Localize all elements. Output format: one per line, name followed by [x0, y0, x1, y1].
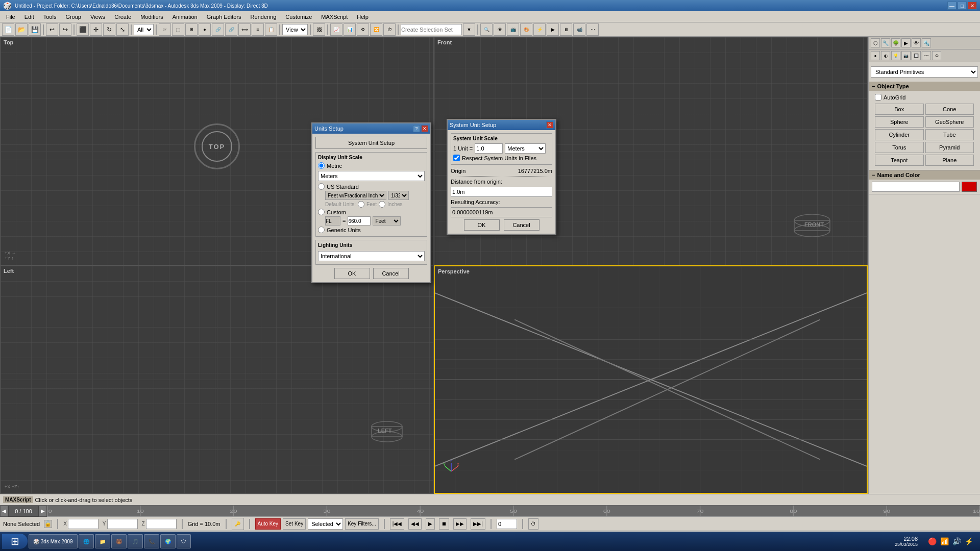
stop-btn[interactable]: ⏹ — [439, 518, 449, 530]
redo-btn[interactable]: ↪ — [59, 23, 71, 36]
rp-motion-btn[interactable]: ▶ — [901, 38, 911, 47]
dope-btn[interactable]: 📊 — [344, 23, 356, 36]
sus-titlebar[interactable]: System Unit Setup ✕ — [448, 120, 555, 130]
system-unit-setup-btn[interactable]: System Unit Setup — [315, 137, 427, 149]
scale-btn[interactable]: ⤡ — [116, 23, 129, 36]
taskbar-3dsmax[interactable]: 🎲 3ds Max 2009 — [29, 534, 78, 548]
tl-prev-btn[interactable]: ◀ — [0, 506, 8, 517]
torus-button[interactable]: Torus — [875, 142, 924, 153]
isolate-btn[interactable]: 👁 — [494, 23, 506, 36]
z-input[interactable] — [146, 519, 177, 529]
filter-dropdown[interactable]: All — [134, 24, 154, 35]
units-close-btn[interactable]: ✕ — [421, 125, 428, 132]
rp-space-warp-btn[interactable]: 〰 — [922, 51, 931, 60]
set-key-btn[interactable]: Set Key — [283, 518, 306, 530]
metric-radio[interactable] — [318, 162, 325, 169]
menu-file[interactable]: File — [2, 12, 19, 22]
tray-norton[interactable]: 🔴 — [927, 536, 937, 546]
units-ok-btn[interactable]: OK — [334, 268, 370, 279]
display-btn[interactable]: 📺 — [507, 23, 519, 36]
render-btn[interactable]: ▶ — [547, 23, 559, 36]
taskbar-norton[interactable]: 🛡 — [177, 534, 191, 548]
viewport-perspective[interactable]: Perspective — [434, 265, 868, 494]
prev-frame-btn[interactable]: ◀◀ — [408, 518, 422, 530]
menu-modifiers[interactable]: Modifiers — [136, 12, 167, 22]
rp-camera-btn[interactable]: 📷 — [901, 51, 911, 60]
sus-respect-checkbox[interactable] — [453, 155, 460, 161]
activeview-btn[interactable]: 🖥 — [560, 23, 572, 36]
rp-display-btn[interactable]: 👁 — [912, 38, 921, 47]
move-btn[interactable]: ✛ — [90, 23, 102, 36]
frame-input[interactable] — [497, 519, 517, 529]
cylinder-button[interactable]: Cylinder — [875, 129, 924, 140]
time-config-btn[interactable]: ⏱ — [528, 518, 538, 530]
create-set-dropdown-btn[interactable]: ▼ — [463, 23, 475, 36]
timeline-track[interactable]: 0 10 20 30 40 50 60 70 80 90 100 — [47, 506, 980, 516]
taskbar-ie[interactable]: 🌐 — [79, 534, 94, 548]
ramplayer-btn[interactable]: 📹 — [573, 23, 585, 36]
menu-edit[interactable]: Edit — [20, 12, 38, 22]
color-swatch[interactable] — [962, 182, 977, 192]
open-btn[interactable]: 📂 — [15, 23, 28, 36]
window-cross-btn[interactable]: ⊞ — [185, 23, 198, 36]
viewport-left[interactable]: Left LEFT +X +Z↑ — [0, 265, 434, 494]
extras-btn[interactable]: ⋯ — [586, 23, 599, 36]
lock-btn[interactable]: 🔓 — [44, 520, 52, 528]
custom-radio[interactable] — [318, 209, 325, 215]
sus-cancel-btn[interactable]: Cancel — [504, 219, 540, 231]
new-btn[interactable]: 📄 — [2, 23, 14, 36]
menu-views[interactable]: Views — [86, 12, 109, 22]
menu-graph-editors[interactable]: Graph Editors — [203, 12, 246, 22]
pyramid-button[interactable]: Pyramid — [925, 142, 974, 153]
rp-modify-btn[interactable]: 🔧 — [881, 38, 890, 47]
rotate-btn[interactable]: ↻ — [103, 23, 115, 36]
x-input[interactable] — [68, 519, 99, 529]
layer-btn[interactable]: 📋 — [265, 23, 277, 36]
generic-radio[interactable] — [318, 227, 325, 233]
maximize-button[interactable]: □ — [958, 2, 967, 10]
taskbar-chrome[interactable]: 🌍 — [160, 534, 176, 548]
units-dialog-titlebar[interactable]: Units Setup ? ✕ — [312, 123, 430, 134]
object-name-input[interactable] — [872, 182, 960, 192]
sus-ok-btn[interactable]: OK — [464, 219, 500, 231]
cone-button[interactable]: Cone — [925, 104, 974, 115]
rp-geo-btn[interactable]: ● — [871, 51, 880, 60]
create-selection-set-input[interactable] — [401, 24, 462, 35]
key-btn[interactable]: 🔑 — [232, 518, 244, 530]
select-object-btn[interactable]: ☞ — [159, 23, 171, 36]
plane-button[interactable]: Plane — [925, 155, 974, 166]
menu-create[interactable]: Create — [110, 12, 135, 22]
menu-customize[interactable]: Customize — [281, 12, 316, 22]
ribbon-btn[interactable]: 🔀 — [370, 23, 382, 36]
rp-hierarchy-btn[interactable]: 🌳 — [891, 38, 900, 47]
select-btn[interactable]: ⬛ — [77, 23, 89, 36]
start-button[interactable]: ⊞ — [2, 534, 28, 549]
rp-create-btn[interactable]: ⬡ — [871, 38, 880, 47]
rp-systems-btn[interactable]: ⚙ — [932, 51, 941, 60]
render-setup-btn[interactable]: ⚡ — [533, 23, 546, 36]
metric-dropdown[interactable]: Meters — [318, 171, 425, 181]
undo-btn[interactable]: ↩ — [46, 23, 58, 36]
primitives-dropdown[interactable]: Standard Primitives — [871, 66, 978, 78]
save-btn[interactable]: 💾 — [29, 23, 41, 36]
material-btn[interactable]: 🎨 — [520, 23, 532, 36]
y-input[interactable] — [107, 519, 138, 529]
shape-btn[interactable]: ● — [199, 23, 211, 36]
units-help-btn[interactable]: ? — [413, 125, 420, 132]
tl-next-btn[interactable]: ▶ — [39, 506, 47, 517]
sus-distance-input[interactable] — [451, 187, 552, 197]
play-btn[interactable]: ▶ — [426, 518, 435, 530]
object-type-header[interactable]: − Object Type — [869, 82, 980, 91]
render-preview-btn[interactable]: 🖼 — [313, 23, 325, 36]
taskbar-bear[interactable]: 🐻 — [111, 534, 127, 548]
next-frame-btn[interactable]: ▶▶ — [453, 518, 467, 530]
snap-btn[interactable]: 🔗 — [212, 23, 224, 36]
autorid-checkbox[interactable] — [875, 94, 881, 101]
go-end-btn[interactable]: ▶▶| — [471, 518, 485, 530]
selected-dropdown[interactable]: Selected — [308, 518, 343, 530]
tl-position[interactable]: 0 / 100 — [8, 506, 39, 517]
mirror-btn[interactable]: ⟺ — [238, 23, 251, 36]
units-cancel-btn[interactable]: Cancel — [373, 268, 409, 279]
box-button[interactable]: Box — [875, 104, 924, 115]
menu-animation[interactable]: Animation — [168, 12, 202, 22]
